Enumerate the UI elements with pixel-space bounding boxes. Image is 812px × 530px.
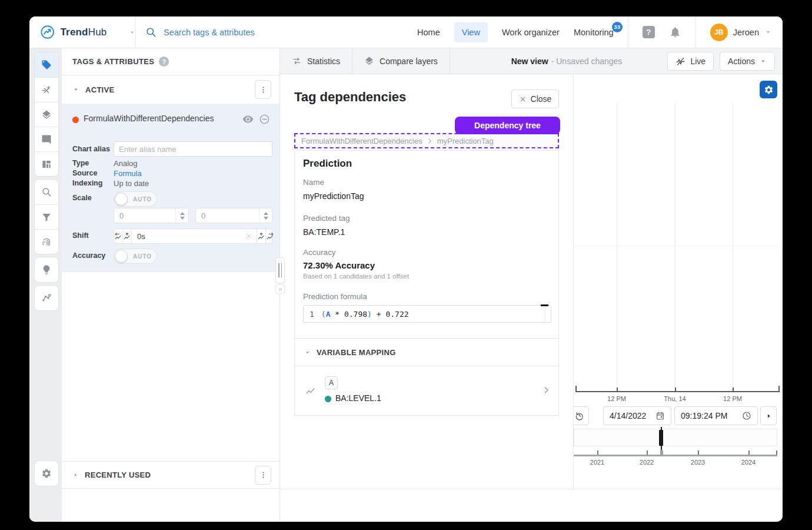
- comment-icon: [41, 134, 52, 145]
- year-label: 2023: [691, 459, 705, 466]
- breadcrumb-current[interactable]: myPredictionTag: [437, 137, 494, 145]
- shift-right-button[interactable]: [257, 229, 265, 243]
- layers-icon: [41, 110, 52, 120]
- panel-title: TAGS & ATTRIBUTES: [72, 57, 154, 66]
- accuracy-auto-toggle[interactable]: AUTO: [114, 249, 157, 264]
- panel-collapse-button[interactable]: [275, 284, 285, 294]
- nav-item-home[interactable]: Home: [417, 28, 440, 37]
- rail-item-fingerprint[interactable]: [35, 229, 58, 254]
- active-section-title: ACTIVE: [85, 85, 114, 94]
- chart-settings-button[interactable]: [760, 81, 777, 98]
- user-menu[interactable]: JB Jeroen: [710, 24, 772, 41]
- formula-code: (A * 0.798) + 0.722: [321, 310, 409, 319]
- variable-mapping-header[interactable]: VARIABLE MAPPING: [295, 338, 558, 366]
- breadcrumb-root[interactable]: FormulaWithDifferentDependencies: [301, 137, 422, 145]
- nav-item-work-organizer[interactable]: Work organizer: [502, 28, 560, 37]
- clear-x-icon[interactable]: [245, 233, 252, 240]
- step-down-icon[interactable]: [180, 217, 185, 220]
- date-field[interactable]: 4/14/2022: [603, 406, 671, 425]
- actions-button[interactable]: Actions: [720, 52, 775, 71]
- gear-icon: [764, 85, 774, 95]
- brand-chevron-down-icon[interactable]: [129, 28, 135, 37]
- chevron-right-icon[interactable]: [542, 386, 551, 395]
- axis-tick: [698, 450, 699, 455]
- step-forward-button[interactable]: [760, 406, 777, 425]
- top-navbar: TrendHub Home View Work organizer Monito…: [29, 16, 783, 48]
- collapse-chevron-down-icon[interactable]: [72, 86, 79, 93]
- source-link[interactable]: Formula: [114, 169, 142, 178]
- time-field[interactable]: 09:19:24 PM: [674, 406, 758, 425]
- search-input[interactable]: [162, 27, 357, 38]
- dependency-tree-tooltip: Dependency tree: [455, 117, 560, 134]
- editor-scroll-thumb[interactable]: [541, 304, 548, 306]
- brand-name-bold: Trend: [60, 26, 88, 38]
- shift-far-right-button[interactable]: [265, 229, 274, 243]
- help-icon[interactable]: ?: [643, 26, 655, 38]
- rail-item-filter[interactable]: [35, 204, 58, 229]
- rail-item-search[interactable]: [35, 180, 58, 204]
- rail-item-layers[interactable]: [35, 102, 58, 127]
- scale-auto-toggle[interactable]: AUTO: [114, 191, 157, 207]
- close-x-icon: [519, 95, 527, 103]
- view-name: New view: [511, 57, 548, 66]
- context-timeline[interactable]: [574, 429, 777, 446]
- panel-help-icon[interactable]: ?: [159, 57, 169, 67]
- time-axis: [575, 391, 780, 392]
- monitoring-label: Monitoring: [574, 28, 614, 37]
- history-button[interactable]: [574, 406, 589, 425]
- toolbar-tabs: Statistics Compare layers: [280, 48, 450, 74]
- shift-value-input[interactable]: [136, 231, 242, 241]
- shift-left-button[interactable]: [123, 229, 132, 243]
- nav-item-monitoring[interactable]: Monitoring 33: [574, 28, 614, 37]
- step-up-icon[interactable]: [180, 212, 185, 215]
- rail-group-recommendations: [34, 257, 59, 283]
- brand-name: TrendHub: [60, 26, 107, 38]
- recently-used-header[interactable]: RECENTLY USED: [62, 461, 279, 489]
- chevron-down-icon: [760, 58, 767, 65]
- rail-item-settings[interactable]: [35, 461, 58, 486]
- shift-far-left-button[interactable]: [114, 229, 123, 243]
- tag-name[interactable]: FormulaWithDifferentDependencies: [84, 114, 214, 123]
- tab-statistics-label: Statistics: [307, 57, 340, 66]
- collapse-chevron-down-icon[interactable]: [304, 349, 311, 356]
- rail-item-formulas[interactable]: [35, 77, 58, 102]
- scale-min-stepper[interactable]: 0: [114, 208, 189, 223]
- rail-item-dependencies[interactable]: [35, 286, 58, 310]
- tab-compare-layers[interactable]: Compare layers: [352, 48, 450, 74]
- stepper-arrows[interactable]: [175, 208, 188, 223]
- visibility-eye-icon[interactable]: [242, 114, 254, 125]
- trend-line-icon: [305, 386, 316, 397]
- step-up-icon[interactable]: [264, 212, 268, 215]
- bell-icon[interactable]: [669, 26, 681, 38]
- remove-minus-icon[interactable]: [259, 114, 270, 125]
- rail-item-comments[interactable]: [35, 127, 58, 151]
- chart-alias-input[interactable]: [114, 141, 272, 157]
- brand[interactable]: TrendHub: [29, 16, 135, 48]
- collapse-chevron-right-icon[interactable]: [72, 472, 79, 478]
- active-section-menu-button[interactable]: [255, 80, 271, 99]
- navbar-divider: [695, 16, 696, 48]
- variable-mapping-row[interactable]: A BA:LEVEL.1: [295, 366, 558, 416]
- scale-max-stepper[interactable]: 0: [195, 208, 272, 223]
- navbar-right: Home View Work organizer Monitoring 33 ?…: [417, 16, 783, 48]
- play-triangle-icon: [765, 412, 773, 420]
- close-button[interactable]: Close: [511, 90, 559, 108]
- tab-statistics[interactable]: Statistics: [280, 48, 352, 74]
- rail-item-tags[interactable]: [35, 52, 58, 77]
- recently-used-menu-button[interactable]: [255, 466, 271, 485]
- tags-attributes-panel: TAGS & ATTRIBUTES ? ACTIVE FormulaWithDi…: [62, 48, 280, 522]
- formula-code-editor[interactable]: 1 (A * 0.798) + 0.722: [303, 305, 551, 323]
- nav-item-view[interactable]: View: [454, 22, 488, 42]
- panel-resize-handle[interactable]: [275, 257, 285, 283]
- stepper-arrows[interactable]: [259, 208, 272, 223]
- shift-far-left-icon: [114, 232, 122, 240]
- context-range-marker[interactable]: [659, 430, 663, 446]
- axis-tick-label: 12 PM: [723, 395, 742, 402]
- search-icon: [145, 26, 157, 38]
- step-down-icon[interactable]: [264, 217, 268, 220]
- gear-icon: [41, 468, 52, 479]
- live-button[interactable]: Live: [667, 52, 714, 71]
- filter-icon: [41, 212, 52, 223]
- rail-item-recommendations[interactable]: [35, 257, 58, 282]
- rail-item-dashboard[interactable]: [35, 151, 58, 176]
